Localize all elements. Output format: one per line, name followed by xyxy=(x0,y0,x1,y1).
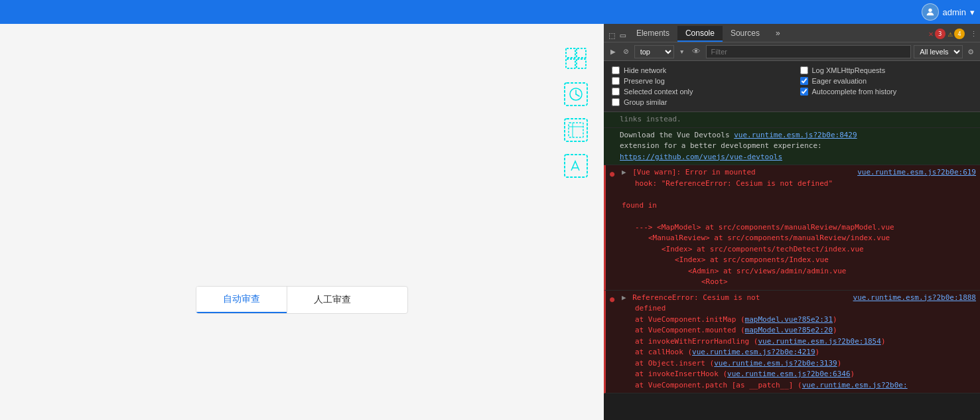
vue-warn-found: found in xyxy=(622,200,976,212)
stack-line6: <Root> xyxy=(622,277,976,288)
icon-group xyxy=(561,44,591,180)
vue-warn-hook: hook: "ReferenceError: Cesium is not def… xyxy=(622,178,976,190)
svg-rect-1 xyxy=(566,48,575,58)
context-dropdown-icon[interactable]: ▾ xyxy=(677,45,687,58)
tab-sources[interactable]: Sources xyxy=(723,26,768,42)
svg-rect-3 xyxy=(566,59,575,68)
levels-select[interactable]: All levels xyxy=(914,45,963,58)
stack-line2: <ManualReview> at src/components/manualR… xyxy=(622,233,976,244)
mounted-link[interactable]: mapModel.vue?85e2:20 xyxy=(745,326,833,334)
vue-warn-text: [Vue warn]: Error in mounted xyxy=(632,168,755,176)
group-similar-option[interactable]: Group similar xyxy=(612,98,784,106)
context-selector[interactable]: top xyxy=(634,45,674,58)
devtools-link2[interactable]: https://github.com/vuejs/vue-devtools xyxy=(620,153,782,161)
devtools-panel: ⬚ ▭ Elements Console Sources » ✕ 3 ⚠ 4 ⋮… xyxy=(604,24,980,420)
left-panel: 自动审查 人工审查 xyxy=(0,24,604,420)
stack-line1: ---> <MapModel> at src/components/manual… xyxy=(622,222,976,234)
autocomplete-checkbox[interactable] xyxy=(800,88,808,96)
inspect-icon[interactable]: ⬚ xyxy=(606,29,617,42)
tab-manual-review[interactable]: 人工审查 xyxy=(287,287,378,313)
selected-context-label: Selected context only xyxy=(624,88,693,96)
tab-more[interactable]: » xyxy=(768,26,788,42)
edit-icon[interactable] xyxy=(561,115,591,145)
devtools-link1[interactable]: vue.runtime.esm.js?2b0e:8429 xyxy=(734,131,857,139)
stack-line4: <Index> at src/components/Index.vue xyxy=(622,255,976,266)
selected-context-checkbox[interactable] xyxy=(612,88,620,96)
console-entry-devtools: Download the Vue Devtools vue.runtime.es… xyxy=(604,128,980,166)
eager-eval-label: Eager evaluation xyxy=(812,77,867,85)
eager-eval-checkbox[interactable] xyxy=(800,77,808,85)
invokehook-link[interactable]: vue.runtime.esm.js?2b0e:6346 xyxy=(727,370,850,378)
preserve-log-label: Preserve log xyxy=(624,77,665,85)
ref-error-line1: ▶ ReferenceError: Cesium is not vue.runt… xyxy=(622,293,976,304)
ban-icon[interactable]: ⊘ xyxy=(621,45,632,58)
devtools-text2: extension for a better development exper… xyxy=(620,141,976,152)
group-similar-checkbox[interactable] xyxy=(612,98,620,106)
log-xml-checkbox[interactable] xyxy=(800,66,808,74)
stack-line3: <Index> at src/components/techDetect/ind… xyxy=(622,244,976,255)
vue-warn-line1: ▶ [Vue warn]: Error in mounted vue.runti… xyxy=(622,167,976,178)
callhook-link[interactable]: vue.runtime.esm.js?2b0e:4219 xyxy=(692,348,815,356)
group-similar-label: Group similar xyxy=(624,98,667,106)
stack2-line6: at invokeInsertHook (vue.runtime.esm.js?… xyxy=(622,369,976,380)
settings-panel: Hide network Log XMLHttpRequests Preserv… xyxy=(604,61,980,112)
tab-elements[interactable]: Elements xyxy=(628,26,677,42)
ref-error-link[interactable]: vue.runtime.esm.js?2b0e:1888 xyxy=(853,293,976,304)
log-xml-option[interactable]: Log XMLHttpRequests xyxy=(800,66,973,74)
execute-icon[interactable]: ▶ xyxy=(608,45,618,58)
preserve-log-checkbox[interactable] xyxy=(612,77,620,85)
filter-input[interactable] xyxy=(706,45,911,58)
stack2-line4: at callHook (vue.runtime.esm.js?2b0e:421… xyxy=(622,347,976,358)
console-output[interactable]: links instead. Download the Vue Devtools… xyxy=(604,112,980,420)
eye-icon[interactable]: 👁 xyxy=(689,45,703,58)
device-icon[interactable]: ▭ xyxy=(617,29,628,42)
selected-context-option[interactable]: Selected context only xyxy=(612,88,784,96)
error-circle-icon2: ● xyxy=(610,293,614,305)
chevron-down-icon: ▾ xyxy=(970,7,975,17)
ref-error-defined: defined xyxy=(622,303,976,315)
toggle-arrow2[interactable]: ▶ xyxy=(622,293,626,302)
console-entry-ref-error: ● ▶ ReferenceError: Cesium is not vue.ru… xyxy=(604,291,980,394)
vue-warn-spacer2 xyxy=(622,211,976,222)
svg-rect-4 xyxy=(577,59,586,68)
user-info[interactable]: admin ▾ xyxy=(922,3,975,21)
svg-rect-13 xyxy=(565,155,587,177)
stack2-line2: at VueComponent.mounted (mapModel.vue?85… xyxy=(622,325,976,336)
patch-link[interactable]: vue.runtime.esm.js?2b0e: xyxy=(802,381,908,389)
preserve-log-option[interactable]: Preserve log xyxy=(612,77,784,85)
svg-rect-2 xyxy=(577,48,586,58)
crop-icon[interactable] xyxy=(561,44,591,73)
insert-link[interactable]: vue.runtime.esm.js?2b0e:3139 xyxy=(714,359,837,368)
hide-network-label: Hide network xyxy=(624,66,666,74)
autocomplete-option[interactable]: Autocomplete from history xyxy=(800,88,973,96)
error-count-badge: 3 xyxy=(935,29,945,39)
log-xml-label: Log XMLHttpRequests xyxy=(812,66,886,74)
hide-network-checkbox[interactable] xyxy=(612,66,620,74)
svg-rect-9 xyxy=(565,119,587,141)
tabs-container: 自动审查 人工审查 xyxy=(196,286,408,314)
top-bar: admin ▾ xyxy=(0,0,980,24)
console-entry-vue-warn: ● ▶ [Vue warn]: Error in mounted vue.run… xyxy=(604,165,980,291)
tab-auto-review[interactable]: 自动审查 xyxy=(196,287,287,313)
tab-console[interactable]: Console xyxy=(677,26,723,42)
stack2-line1: at VueComponent.initMap (mapModel.vue?85… xyxy=(622,315,976,326)
pen-icon[interactable] xyxy=(561,151,591,180)
more-options-icon[interactable]: ⋮ xyxy=(970,30,977,38)
stack2-line3: at invokeWithErrorHandling (vue.runtime.… xyxy=(622,336,976,348)
toggle-arrow1[interactable]: ▶ xyxy=(622,168,626,176)
initmap-link[interactable]: mapModel.vue?85e2:31 xyxy=(745,315,833,324)
autocomplete-label: Autocomplete from history xyxy=(812,88,897,96)
settings-icon[interactable]: ⚙ xyxy=(965,45,976,58)
warn-count-badge: 4 xyxy=(954,29,965,39)
svg-rect-10 xyxy=(569,123,583,137)
stack2-line7: at VueComponent.patch [as __patch__] (vu… xyxy=(622,380,976,391)
clock-icon[interactable] xyxy=(561,80,591,109)
eager-eval-option[interactable]: Eager evaluation xyxy=(800,77,973,85)
avatar xyxy=(922,3,939,21)
vue-warn-link[interactable]: vue.runtime.esm.js?2b0e:619 xyxy=(857,167,976,178)
hide-network-option[interactable]: Hide network xyxy=(612,66,784,74)
main-layout: 自动审查 人工审查 ⬚ ▭ Elements Console Sources »… xyxy=(0,24,980,420)
svg-line-8 xyxy=(576,94,579,96)
svg-point-0 xyxy=(928,9,932,12)
invoke-link[interactable]: vue.runtime.esm.js?2b0e:1854 xyxy=(758,337,880,346)
